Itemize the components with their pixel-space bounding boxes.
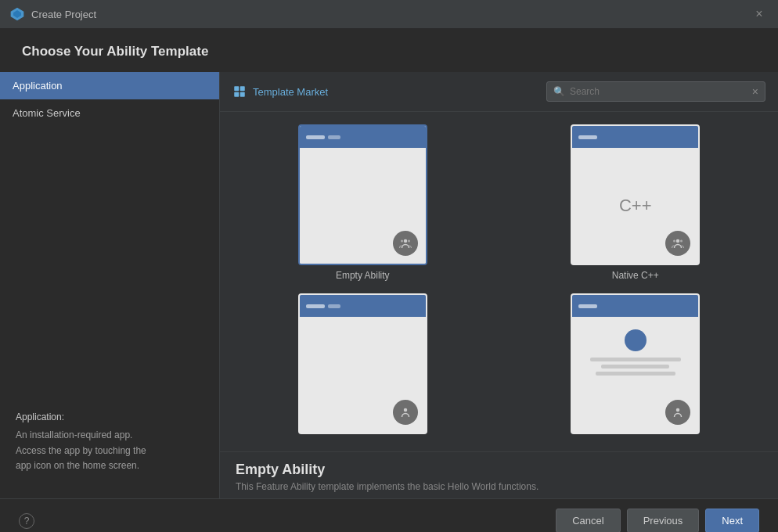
svg-point-8 (408, 240, 410, 243)
card-header-bar-5 (306, 304, 325, 308)
card-header-4 (572, 295, 698, 317)
card-body-3 (300, 317, 426, 433)
card-icon-4 (665, 400, 690, 425)
card-content-circle (625, 329, 647, 351)
dialog-body: Choose Your Ability Template Application… (0, 28, 778, 532)
card-header-1 (300, 126, 426, 148)
card-header-bar-7 (578, 304, 597, 308)
card-icon-3 (393, 400, 418, 425)
svg-rect-4 (234, 92, 239, 97)
svg-point-10 (673, 240, 675, 243)
template-info: Empty Ability This Feature Ability templ… (220, 451, 778, 498)
previous-button[interactable]: Previous (627, 509, 700, 532)
svg-rect-3 (240, 86, 245, 91)
card-body-1 (300, 148, 426, 264)
card-thumbnail-4 (571, 293, 700, 434)
template-info-description: This Feature Ability template implements… (236, 481, 762, 492)
template-card-empty-ability[interactable]: Empty Ability (232, 124, 493, 281)
template-card-empty-ability-2[interactable] (232, 293, 493, 439)
card-icon-2 (665, 231, 690, 256)
card-header-bar-6 (328, 304, 340, 308)
svg-point-11 (680, 240, 683, 243)
device-icon-3 (398, 405, 412, 419)
device-icon-1 (398, 236, 412, 250)
window-title: Create Project (31, 9, 96, 20)
search-input[interactable] (570, 86, 749, 97)
next-button[interactable]: Next (705, 509, 759, 532)
template-grid: Empty Ability C++ (232, 124, 765, 439)
svg-rect-5 (240, 92, 245, 97)
card-icon-1 (393, 231, 418, 256)
card-header-3 (300, 295, 426, 317)
sidebar-item-atomic-service[interactable]: Atomic Service (0, 99, 219, 127)
search-clear-button[interactable]: × (752, 85, 758, 98)
card-header-bar-1 (306, 135, 325, 139)
right-panel-header: Template Market 🔍 × (220, 72, 778, 112)
template-market-label: Template Market (232, 84, 328, 99)
card-line-1 (590, 358, 681, 361)
card-label-1: Empty Ability (336, 270, 390, 281)
title-bar: Create Project × (0, 0, 778, 28)
card-thumbnail-1 (298, 124, 427, 265)
card-header-2 (572, 126, 698, 148)
description-title: Application: (16, 410, 204, 425)
close-button[interactable]: × (750, 5, 769, 23)
search-icon: 🔍 (553, 86, 565, 97)
sidebar-description: Application: An installation-required ap… (0, 397, 219, 486)
card-header-bar-3 (578, 135, 597, 139)
svg-point-9 (676, 239, 680, 243)
template-info-title: Empty Ability (236, 462, 762, 478)
card-header-bar-2 (328, 135, 340, 139)
svg-point-7 (401, 240, 403, 243)
svg-rect-2 (234, 86, 239, 91)
search-box: 🔍 × (546, 81, 765, 102)
cpp-text: C++ (619, 196, 652, 216)
description-body: An installation-required app.Access the … (16, 428, 204, 473)
template-card-native-cpp[interactable]: C++ (506, 124, 766, 281)
sidebar: Application Atomic Service Application: … (0, 72, 219, 498)
sidebar-item-application[interactable]: Application (0, 72, 219, 99)
template-card-content[interactable] (506, 293, 766, 439)
card-line-3 (596, 372, 675, 376)
dialog-title: Choose Your Ability Template (0, 28, 778, 72)
cancel-button[interactable]: Cancel (556, 509, 620, 532)
card-thumbnail-3 (298, 293, 427, 434)
app-logo-icon (9, 6, 25, 22)
card-line-2 (601, 365, 669, 368)
device-icon-2 (671, 236, 685, 250)
card-label-2: Native C++ (612, 270, 659, 281)
right-panel: Template Market 🔍 × (220, 72, 778, 498)
device-icon-4 (671, 405, 685, 419)
title-bar-left: Create Project (9, 6, 96, 22)
template-market-icon (232, 84, 247, 99)
card-body-2: C++ (572, 148, 698, 264)
help-button[interactable]: ? (19, 513, 34, 529)
template-grid-container[interactable]: Empty Ability C++ (220, 112, 778, 451)
svg-point-12 (404, 408, 408, 412)
dialog-footer: ? Cancel Previous Next (0, 498, 778, 532)
dialog-content: Application Atomic Service Application: … (0, 72, 778, 498)
card-thumbnail-2: C++ (571, 124, 700, 265)
svg-point-6 (404, 239, 408, 243)
svg-point-13 (676, 408, 680, 412)
footer-left: ? (19, 513, 34, 529)
